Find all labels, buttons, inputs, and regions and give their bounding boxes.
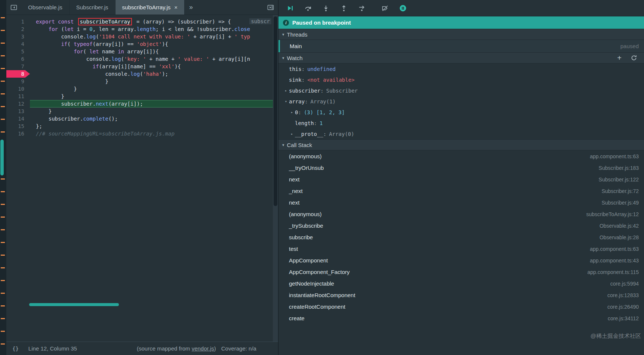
token-p: next: [96, 101, 108, 107]
frame-location[interactable]: Subscriber.js:122: [599, 177, 639, 183]
call-stack-frame[interactable]: _nextSubscriber.js:72: [278, 185, 644, 197]
frame-location[interactable]: subscribeToArray.js:12: [586, 211, 639, 217]
step-over-icon[interactable]: [304, 4, 312, 12]
tab-close-icon[interactable]: ×: [174, 4, 178, 10]
call-stack-frame[interactable]: __tryOrUnsubSubscriber.js:183: [278, 162, 644, 174]
deactivate-breakpoints-icon[interactable]: [381, 4, 389, 12]
chevron-right-icon[interactable]: ▸: [289, 110, 295, 114]
call-stack-frame[interactable]: subscribeObservable.js:28: [278, 231, 644, 243]
frame-location[interactable]: core.js:12833: [607, 292, 639, 298]
call-stack-frame[interactable]: AppComponent_Factoryapp.component.ts:115: [278, 266, 644, 278]
call-stack-frame[interactable]: (anonymous)app.component.ts:63: [278, 150, 644, 162]
frame-location[interactable]: Subscriber.js:183: [599, 165, 639, 171]
chevron-right-icon[interactable]: ▸: [283, 88, 289, 93]
call-stack-frame[interactable]: nextSubscriber.js:122: [278, 174, 644, 185]
vendor-js-link[interactable]: vendor.js: [192, 345, 214, 352]
code-line: 3 console.log('1104 call next with value…: [6, 33, 278, 40]
line-number[interactable]: 9: [6, 78, 30, 85]
line-number[interactable]: 2: [6, 25, 30, 33]
token-p: complete: [83, 116, 108, 122]
editor-vertical-scrollbar[interactable]: [273, 15, 278, 342]
rail-scrollbar-thumb[interactable]: [0, 140, 4, 175]
paused-banner: i Paused on breakpoint: [278, 16, 644, 29]
frame-name: _trySubscribe: [289, 222, 323, 229]
line-number[interactable]: 6: [6, 55, 30, 63]
line-number[interactable]: 8: [6, 70, 30, 78]
frame-location[interactable]: core.js:26490: [607, 304, 639, 310]
line-number[interactable]: 4: [6, 40, 30, 48]
call-stack-frame[interactable]: instantiateRootComponentcore.js:12833: [278, 289, 644, 301]
code-editor[interactable]: 1export const subscribeToArray = (array)…: [6, 15, 278, 342]
code-line: 11 }: [6, 93, 278, 100]
line-number[interactable]: 7: [6, 63, 30, 70]
step-out-icon[interactable]: [340, 4, 348, 12]
watch-row[interactable]: ▸__proto__: Array(0): [278, 128, 644, 139]
threads-section-header[interactable]: ▾ Threads: [278, 29, 644, 40]
frame-location[interactable]: app.component.ts:115: [587, 269, 639, 275]
frame-location[interactable]: app.component.ts:63: [590, 246, 639, 252]
tab[interactable]: Subscriber.js: [70, 0, 115, 15]
chevron-down-icon[interactable]: ▾: [283, 99, 289, 103]
line-number[interactable]: 11: [6, 93, 30, 100]
minimap-marker: [1, 280, 5, 281]
line-number[interactable]: 3: [6, 33, 30, 40]
watch-row[interactable]: ▾array: Array(1): [278, 96, 644, 107]
tab-overflow-button[interactable]: »: [185, 0, 197, 15]
thread-main-row[interactable]: Main paused: [278, 40, 644, 52]
frame-location[interactable]: Observable.js:42: [600, 223, 639, 229]
call-stack-frame[interactable]: getNodeInjectablecore.js:5994: [278, 278, 644, 289]
token-d: [36, 26, 49, 32]
refresh-watch-icon[interactable]: [631, 55, 637, 61]
toggle-debugger-panel-icon[interactable]: [263, 0, 278, 15]
line-number[interactable]: 1: [6, 18, 30, 25]
tab[interactable]: Observable.js: [21, 0, 70, 15]
line-number[interactable]: 16: [6, 130, 30, 137]
line-number[interactable]: 15: [6, 122, 30, 130]
minimap-marker: [1, 119, 5, 120]
watch-row[interactable]: length: 1: [278, 118, 644, 128]
call-stack-frame[interactable]: AppComponentapp.component.ts:43: [278, 255, 644, 266]
call-stack-frame[interactable]: (anonymous)subscribeToArray.js:12: [278, 208, 644, 220]
add-watch-expression-icon[interactable]: +: [617, 54, 622, 62]
frame-location[interactable]: Observable.js:28: [600, 234, 639, 240]
line-number[interactable]: 10: [6, 85, 30, 93]
tab[interactable]: subscribeToArray.js×: [115, 0, 185, 15]
editor-vertical-scrollbar-thumb[interactable]: [274, 16, 277, 206]
editor-horizontal-scrollbar-thumb[interactable]: [29, 303, 119, 306]
navigator-toggle-icon[interactable]: [6, 0, 21, 15]
line-number[interactable]: 14: [6, 115, 30, 122]
call-stack-frame[interactable]: createcore.js:34112: [278, 312, 644, 324]
frame-location[interactable]: core.js:5994: [610, 281, 639, 287]
watch-row[interactable]: this: undefined: [278, 63, 644, 74]
watch-section-header[interactable]: ▾ Watch +: [278, 52, 644, 63]
call-stack-frame[interactable]: nextSubscriber.js:49: [278, 197, 644, 208]
call-stack-frame[interactable]: _trySubscribeObservable.js:42: [278, 220, 644, 231]
step-icon[interactable]: [358, 4, 366, 12]
step-into-icon[interactable]: [322, 4, 330, 12]
chevron-down-icon: ▾: [282, 143, 284, 147]
chevron-right-icon[interactable]: ▸: [289, 132, 295, 136]
line-content: subscriber.complete();: [30, 115, 278, 122]
frame-location[interactable]: app.component.ts:43: [590, 258, 639, 264]
resume-icon[interactable]: [286, 4, 294, 12]
line-number[interactable]: 13: [6, 108, 30, 115]
line-number[interactable]: 12: [6, 100, 30, 108]
frame-location[interactable]: Subscriber.js:49: [601, 200, 639, 206]
call-stack-frame[interactable]: createRootComponentcore.js:26490: [278, 301, 644, 312]
frame-name: (anonymous): [289, 211, 322, 217]
chevron-down-icon: ▾: [282, 32, 284, 37]
debugger-toolbar: [278, 0, 644, 16]
call-stack-frame[interactable]: testapp.component.ts:63: [278, 243, 644, 255]
watch-row[interactable]: ▸subscriber: Subscriber: [278, 85, 644, 96]
minimap-marker: [1, 242, 5, 243]
pause-on-exceptions-icon[interactable]: [399, 4, 407, 12]
watch-row[interactable]: sink: <not available>: [278, 74, 644, 85]
pretty-print-button[interactable]: {}: [12, 346, 19, 352]
line-number[interactable]: 5: [6, 48, 30, 55]
frame-location[interactable]: Subscriber.js:72: [601, 188, 639, 194]
token-d: (: [96, 34, 99, 40]
call-stack-section-header[interactable]: ▾ Call Stack: [278, 139, 644, 150]
frame-location[interactable]: core.js:34112: [608, 315, 639, 321]
frame-location[interactable]: app.component.ts:63: [590, 153, 639, 159]
watch-row[interactable]: ▸0: (3) [1, 2, 3]: [278, 107, 644, 118]
